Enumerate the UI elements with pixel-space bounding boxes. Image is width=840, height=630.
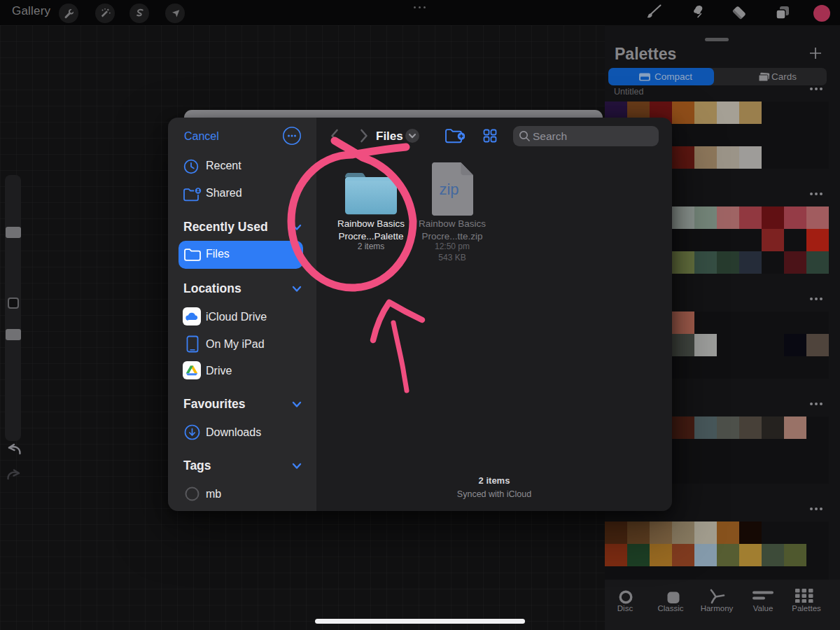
svg-text:zip: zip [439,181,458,198]
